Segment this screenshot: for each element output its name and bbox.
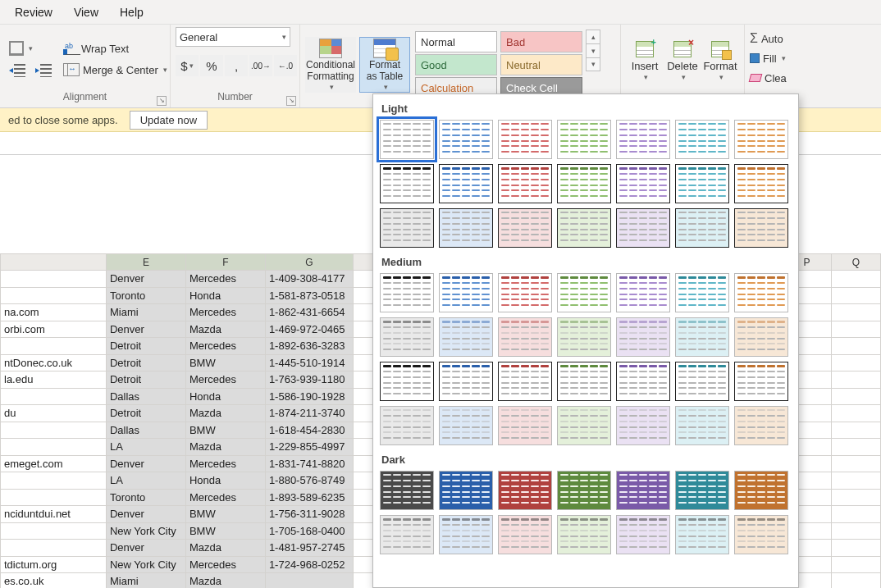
cell[interactable]: Mercedes <box>185 371 265 389</box>
cell[interactable] <box>1 522 107 540</box>
table-style-swatch[interactable] <box>498 406 552 445</box>
cell[interactable]: 1-892-636-3283 <box>265 338 353 355</box>
cell[interactable] <box>832 540 881 557</box>
cell[interactable] <box>1 472 107 490</box>
table-style-swatch[interactable] <box>616 208 670 248</box>
table-style-swatch[interactable] <box>498 515 552 554</box>
cell[interactable]: Mercedes <box>185 271 265 288</box>
table-style-swatch[interactable] <box>616 273 670 312</box>
table-style-swatch[interactable] <box>380 164 434 203</box>
col-header-d[interactable] <box>1 254 107 271</box>
cell[interactable]: Mercedes <box>185 455 265 472</box>
cell[interactable]: 1-409-308-4177 <box>265 271 353 288</box>
table-style-swatch[interactable] <box>498 317 552 357</box>
cell[interactable] <box>832 354 881 371</box>
cell[interactable] <box>1 287 107 304</box>
table-style-swatch[interactable] <box>498 362 552 401</box>
table-style-swatch[interactable] <box>557 120 611 159</box>
dialog-launcher-icon[interactable]: ↘ <box>286 96 296 106</box>
clear-button[interactable]: Clea <box>750 69 787 87</box>
cell[interactable] <box>1 489 107 506</box>
table-style-swatch[interactable] <box>616 120 670 159</box>
cell[interactable] <box>832 287 881 304</box>
update-now-button[interactable]: Update now <box>130 111 208 130</box>
cell[interactable]: Detroit <box>106 405 185 422</box>
table-style-swatch[interactable] <box>616 471 670 510</box>
cell[interactable]: Mazda <box>185 439 265 456</box>
col-header-e[interactable]: E <box>106 254 185 271</box>
style-good[interactable]: Good <box>415 54 497 75</box>
table-style-swatch[interactable] <box>557 515 611 554</box>
cell[interactable]: Denver <box>106 506 185 523</box>
table-style-swatch[interactable] <box>734 208 788 248</box>
cell[interactable]: New York City <box>106 556 185 573</box>
cell[interactable]: 1-481-957-2745 <box>265 540 353 557</box>
cell[interactable] <box>832 422 881 439</box>
cell[interactable]: 1-874-211-3740 <box>265 405 353 422</box>
cell[interactable] <box>1 422 107 439</box>
cell[interactable]: Mazda <box>185 573 265 589</box>
cell[interactable] <box>832 271 881 288</box>
table-style-swatch[interactable] <box>498 208 552 248</box>
cell[interactable]: 1-763-939-1180 <box>265 371 353 389</box>
cell[interactable]: 1-581-873-0518 <box>265 287 353 304</box>
table-style-swatch[interactable] <box>439 120 493 159</box>
table-style-swatch[interactable] <box>557 406 611 445</box>
cell[interactable]: Honda <box>185 287 265 304</box>
cell[interactable]: Mercedes <box>185 556 265 573</box>
cell[interactable]: Mazda <box>185 321 265 338</box>
table-style-swatch[interactable] <box>439 164 493 203</box>
cell[interactable]: 1-724-968-0252 <box>265 556 353 573</box>
cell[interactable] <box>832 489 881 506</box>
table-style-swatch[interactable] <box>616 362 670 401</box>
cell[interactable] <box>832 522 881 540</box>
comma-button[interactable]: , <box>225 55 248 76</box>
fill-button[interactable]: Fill▾ <box>750 49 786 67</box>
cell[interactable]: Mazda <box>185 540 265 557</box>
cell[interactable]: du <box>1 405 107 422</box>
table-style-swatch[interactable] <box>380 471 434 510</box>
cell[interactable]: Detroit <box>106 338 185 355</box>
table-style-swatch[interactable] <box>439 317 493 357</box>
cell[interactable]: emeget.com <box>1 455 107 472</box>
table-style-swatch[interactable] <box>380 362 434 401</box>
menu-view[interactable]: View <box>74 6 98 19</box>
cell[interactable]: Mercedes <box>185 304 265 321</box>
table-style-swatch[interactable] <box>557 208 611 248</box>
style-bad[interactable]: Bad <box>500 31 582 52</box>
table-style-swatch[interactable] <box>380 317 434 357</box>
table-style-swatch[interactable] <box>675 362 729 401</box>
table-style-swatch[interactable] <box>675 208 729 248</box>
table-style-swatch[interactable] <box>675 164 729 203</box>
cell[interactable] <box>832 506 881 523</box>
cell[interactable]: Denver <box>106 540 185 557</box>
cell[interactable]: LA <box>106 439 185 456</box>
cell[interactable] <box>832 388 881 405</box>
table-style-swatch[interactable] <box>498 164 552 203</box>
cell[interactable]: Detroit <box>106 354 185 371</box>
cell[interactable]: Denver <box>106 455 185 472</box>
table-style-swatch[interactable] <box>380 515 434 554</box>
styles-more[interactable]: ▾ <box>586 57 600 71</box>
cell[interactable]: 1-618-454-2830 <box>265 422 353 439</box>
format-button[interactable]: Format <box>702 59 737 73</box>
cell[interactable]: 1-705-168-0400 <box>265 522 353 540</box>
cell[interactable] <box>832 556 881 573</box>
cell[interactable]: BMW <box>185 354 265 371</box>
cell[interactable]: BMW <box>185 506 265 523</box>
table-style-swatch[interactable] <box>498 273 552 312</box>
cell[interactable] <box>1 439 107 456</box>
cell[interactable]: 1-469-972-0465 <box>265 321 353 338</box>
table-style-swatch[interactable] <box>616 317 670 357</box>
wrap-text-button[interactable]: Wrap Text <box>59 39 171 57</box>
cell[interactable]: BMW <box>185 422 265 439</box>
cell[interactable]: la.edu <box>1 371 107 389</box>
cell[interactable]: 1-445-510-1914 <box>265 354 353 371</box>
cell[interactable]: tdictum.org <box>1 556 107 573</box>
cell[interactable]: Dallas <box>106 388 185 405</box>
percent-button[interactable]: % <box>200 55 223 76</box>
cell[interactable]: LA <box>106 472 185 490</box>
cell[interactable] <box>832 338 881 355</box>
table-style-swatch[interactable] <box>616 515 670 554</box>
dialog-launcher-icon[interactable]: ↘ <box>157 96 167 106</box>
